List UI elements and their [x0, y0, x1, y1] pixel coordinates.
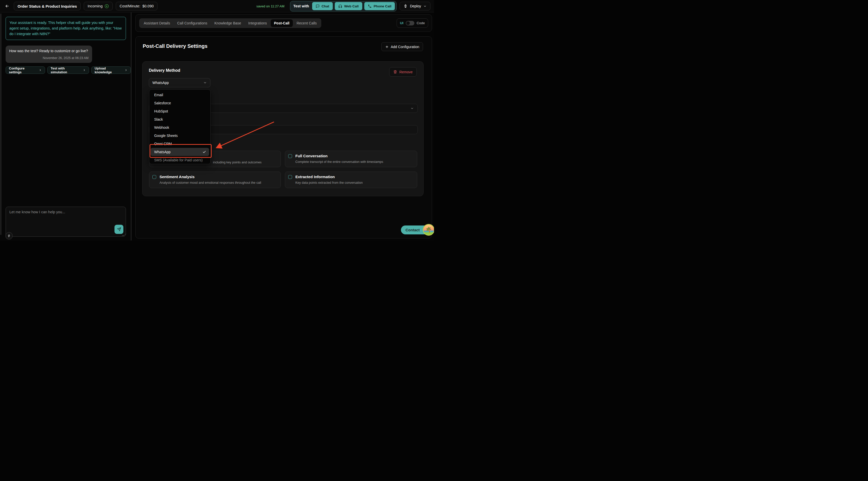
- dropdown-option-google-sheets[interactable]: Google Sheets: [149, 131, 210, 140]
- test-phone-call-button[interactable]: Phone Call: [364, 2, 395, 10]
- assistant-message-text: How was the test? Ready to customize or …: [9, 49, 89, 54]
- tab-bar: Assistant Details Call Configurations Kn…: [139, 18, 321, 28]
- test-web-call-label: Web Call: [344, 4, 359, 8]
- back-button[interactable]: [4, 3, 11, 10]
- delivery-method-label: Delivery Method: [149, 68, 180, 73]
- delivery-method-dropdown: Email Salesforce HubSpot Slack Webhook G…: [149, 89, 211, 164]
- extracted-information-checkbox[interactable]: [288, 175, 292, 179]
- ui-toggle-label: UI: [400, 21, 403, 25]
- delivery-configuration-card: Delivery Method Remove WhatsApp: [142, 61, 424, 196]
- cost-per-minute-value: Cost/Minute: $0.090: [120, 4, 154, 8]
- helper-chat-placeholder: Let me know how I can help you...: [9, 210, 65, 214]
- tab-assistant-details[interactable]: Assistant Details: [141, 19, 173, 27]
- remove-configuration-button[interactable]: Remove: [389, 67, 417, 77]
- tropical-island-icon: 🌴: [423, 224, 434, 236]
- toggle-knob: [406, 21, 410, 25]
- assistant-ready-callout: Your assistant is ready. This helper cha…: [6, 17, 126, 40]
- quick-action-test-with-simulation[interactable]: Test with simulation: [47, 66, 89, 74]
- test-chat-label: Chat: [321, 4, 329, 8]
- test-web-call-button[interactable]: Web Call: [335, 2, 362, 10]
- add-configuration-button[interactable]: Add Configuration: [381, 42, 423, 51]
- chevron-down-icon: [423, 5, 427, 8]
- quick-action-label: Configure settings: [9, 66, 37, 74]
- ui-code-toggle[interactable]: UI Code: [397, 18, 428, 28]
- speech-bubble-icon: [316, 4, 319, 8]
- boost-button[interactable]: [5, 232, 13, 239]
- tabs-header-panel: Assistant Details Call Configurations Kn…: [135, 14, 432, 32]
- dropdown-option-omni-crm[interactable]: Omni CRM: [149, 140, 210, 148]
- send-message-button[interactable]: [115, 225, 123, 234]
- call-direction-value: Incoming: [88, 4, 102, 8]
- dropdown-option-salesforce[interactable]: Salesforce: [149, 99, 210, 107]
- call-summary-desc-partial: including key points and outcomes: [213, 160, 261, 164]
- test-chat-button[interactable]: Chat: [312, 2, 333, 10]
- delivery-method-value: WhatsApp: [152, 81, 169, 85]
- dropdown-option-email[interactable]: Email: [149, 91, 210, 99]
- chevron-right-icon: [83, 69, 86, 71]
- chevron-right-icon: [125, 69, 127, 71]
- deploy-label: Deploy: [410, 4, 421, 8]
- assistant-message-bubble: How was the test? Ready to customize or …: [6, 46, 92, 63]
- dropdown-option-sms: SMS (Available for Paid users): [149, 156, 210, 164]
- test-with-label: Test with: [293, 4, 309, 8]
- assistant-ready-text: Your assistant is ready. This helper cha…: [9, 21, 122, 36]
- delivery-method-select[interactable]: WhatsApp: [149, 78, 210, 87]
- toggle-switch[interactable]: [406, 21, 414, 26]
- tab-post-call[interactable]: Post-Call: [271, 19, 293, 27]
- chevron-right-icon: [39, 69, 42, 71]
- circle-arrow-down-icon: [104, 4, 109, 8]
- assistant-title: Order Status & Product Inquiries: [18, 4, 77, 8]
- phone-icon: [368, 4, 372, 8]
- quick-action-label: Upload knowledge: [95, 66, 123, 74]
- add-configuration-label: Add Configuration: [391, 45, 419, 49]
- quick-action-upload-knowledge[interactable]: Upload knowledge: [91, 66, 131, 74]
- dropdown-option-hubspot[interactable]: HubSpot: [149, 107, 210, 115]
- assistant-message-timestamp: November 26, 2025 at 06:23 AM: [9, 56, 89, 60]
- main-content: Assistant Details Call Configurations Kn…: [132, 12, 434, 241]
- sentiment-analysis-title: Sentiment Analysis: [159, 175, 195, 179]
- tab-integrations[interactable]: Integrations: [245, 19, 270, 27]
- rocket-icon: [403, 4, 407, 8]
- sidebar-scrollbar[interactable]: [1, 13, 1, 235]
- post-call-panel: Post-Call Delivery Settings Add Configur…: [135, 36, 432, 238]
- helper-chat-panel: Your assistant is ready. This helper cha…: [0, 12, 131, 241]
- quick-action-configure-settings[interactable]: Configure settings: [6, 66, 45, 74]
- headset-icon: [338, 4, 342, 8]
- dropdown-option-slack[interactable]: Slack: [149, 115, 210, 123]
- full-conversation-desc: Complete transcript of the entire conver…: [296, 160, 383, 163]
- test-with-group: Test with Chat Web Call Phone Call: [290, 1, 397, 11]
- plus-icon: [385, 45, 389, 49]
- call-direction-select[interactable]: Incoming: [84, 2, 113, 10]
- code-toggle-label: Code: [417, 21, 425, 25]
- extracted-information-title: Extracted Information: [296, 175, 335, 179]
- extracted-information-option-card: Extracted Information Key data points ex…: [285, 172, 417, 188]
- textarea-resize-handle[interactable]: [122, 234, 126, 236]
- tab-recent-calls[interactable]: Recent Calls: [293, 19, 320, 27]
- full-conversation-checkbox[interactable]: [288, 154, 292, 158]
- saved-status: saved on 11:27 AM: [256, 4, 284, 8]
- full-conversation-option-card: Full Conversation Complete transcript of…: [285, 151, 417, 167]
- dropdown-option-webhook[interactable]: Webhook: [149, 123, 210, 131]
- paper-plane-icon: [117, 227, 121, 231]
- top-bar: Order Status & Product Inquiries Incomin…: [0, 0, 434, 12]
- app-window: Order Status & Product Inquiries Incomin…: [0, 0, 434, 241]
- sentiment-analysis-checkbox[interactable]: [152, 175, 156, 179]
- deploy-button[interactable]: Deploy: [400, 2, 430, 10]
- lightning-bolt-icon: [7, 234, 11, 237]
- quick-action-label: Test with simulation: [51, 66, 82, 74]
- assistant-title-box[interactable]: Order Status & Product Inquiries: [14, 2, 81, 10]
- arrow-left-icon: [5, 4, 9, 8]
- tab-call-configurations[interactable]: Call Configurations: [174, 19, 210, 27]
- sentiment-analysis-desc: Analysis of customer mood and emotional …: [159, 181, 261, 184]
- test-phone-call-label: Phone Call: [374, 4, 392, 8]
- helper-chat-input[interactable]: Let me know how I can help you...: [6, 207, 126, 237]
- quick-actions-row: Configure settings Test with simulation …: [6, 66, 131, 74]
- remove-label: Remove: [399, 70, 413, 74]
- tab-knowledge-base[interactable]: Knowledge Base: [211, 19, 245, 27]
- contact-label: Contact: [405, 228, 420, 232]
- trash-icon: [393, 70, 397, 74]
- dropdown-option-whatsapp[interactable]: WhatsApp: [151, 148, 209, 156]
- full-conversation-title: Full Conversation: [296, 154, 328, 158]
- contact-button[interactable]: Contact 🌴: [401, 226, 433, 234]
- extracted-information-desc: Key data points extracted from the conve…: [296, 181, 363, 184]
